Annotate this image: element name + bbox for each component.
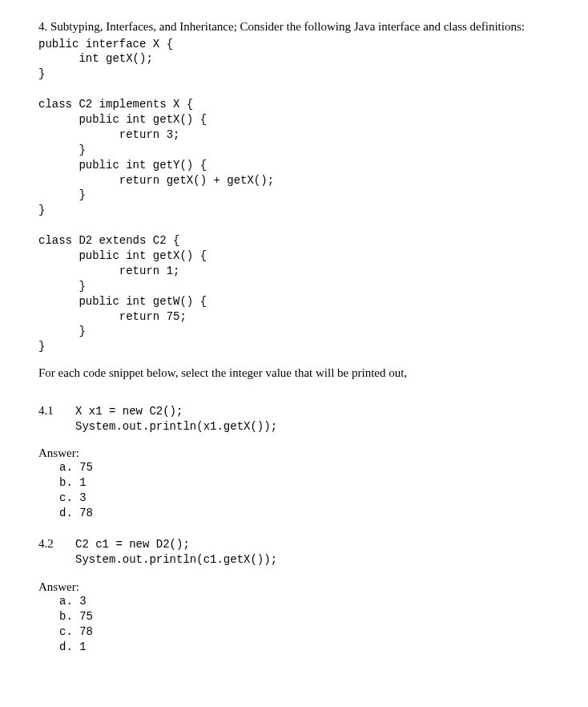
question-prompt: For each code snippet below, select the … bbox=[38, 366, 550, 382]
subquestion-block: 4.1 X x1 = new C2(); System.out.println(… bbox=[38, 404, 550, 434]
subquestion-code: X x1 = new C2(); System.out.println(x1.g… bbox=[75, 404, 277, 434]
subquestion-code: C2 c1 = new D2(); System.out.println(c1.… bbox=[75, 537, 277, 568]
code-definitions: public interface X { int getX(); } class… bbox=[38, 37, 550, 355]
subquestion-block: 4.2 C2 c1 = new D2(); System.out.println… bbox=[38, 537, 550, 568]
answer-options: a. 75 b. 1 c. 3 d. 78 bbox=[59, 460, 550, 521]
subquestion-number: 4.1 bbox=[38, 404, 75, 418]
question-intro: 4. Subtyping, Interfaces, and Inheritanc… bbox=[38, 19, 550, 35]
subquestion-number: 4.2 bbox=[38, 537, 75, 551]
answer-options: a. 3 b. 75 c. 78 d. 1 bbox=[59, 594, 550, 655]
answer-label: Answer: bbox=[38, 446, 550, 460]
answer-label: Answer: bbox=[38, 580, 550, 594]
question-page: 4. Subtyping, Interfaces, and Inheritanc… bbox=[0, 0, 588, 702]
